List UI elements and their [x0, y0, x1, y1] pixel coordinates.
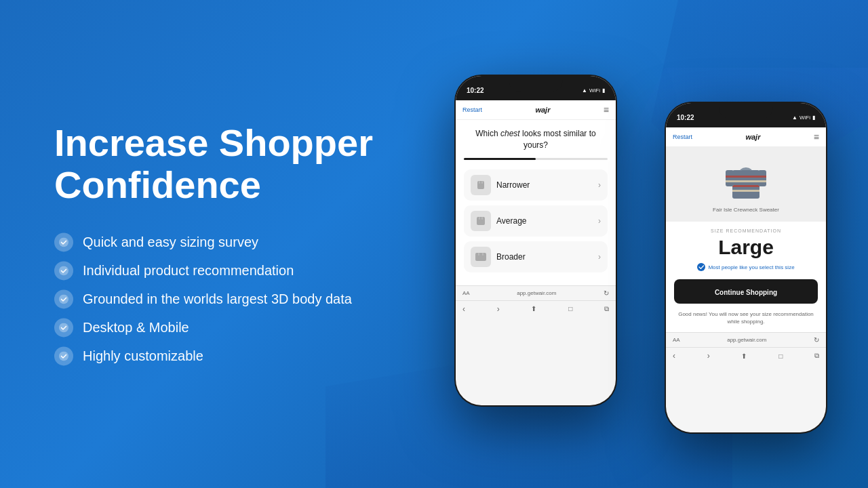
phone-screen-2: 10:22 ▲ WiFi ▮ Restart wajr ≡ [666, 103, 826, 432]
battery-icon-2: ▮ [812, 115, 815, 121]
feature-item: Individual product recommendation [54, 262, 434, 281]
phones-container: 10:22 ▲ WiFi ▮ Restart wajr ≡ Which ches… [454, 47, 827, 441]
wifi-icon-1: WiFi [589, 87, 600, 94]
signal-icon-2: ▲ [792, 115, 797, 121]
check-circle-icon [697, 263, 705, 271]
svg-rect-5 [477, 181, 484, 189]
product-image [726, 157, 766, 204]
size-note: Most people like you select this size [708, 264, 794, 270]
back-icon-1[interactable]: ‹ [462, 304, 465, 314]
signal-icon-1: ▲ [582, 87, 587, 94]
restart-btn-1[interactable]: Restart [462, 106, 482, 113]
svg-rect-9 [479, 217, 480, 220]
restart-btn-2[interactable]: Restart [673, 134, 692, 140]
status-time-1: 10:22 [467, 87, 484, 94]
forward-icon-2[interactable]: › [707, 351, 710, 361]
font-size-label-1: AA [462, 290, 470, 296]
svg-rect-7 [481, 181, 483, 184]
svg-point-1 [59, 266, 68, 276]
feature-text-4: Desktop & Mobile [83, 320, 189, 336]
menu-icon-1: ≡ [604, 104, 609, 115]
phone-screen-1: 10:22 ▲ WiFi ▮ Restart wajr ≡ Which ches… [456, 76, 616, 405]
cta-label: Continue Shopping [715, 289, 777, 296]
browser-logo-2: wajr [745, 133, 760, 141]
reload-icon-2[interactable]: ↻ [814, 336, 819, 344]
svg-rect-8 [477, 217, 485, 225]
option-broader[interactable]: Broader › [464, 241, 608, 272]
svg-rect-14 [732, 170, 760, 199]
option-label-narrower: Narrower [496, 180, 530, 190]
svg-rect-11 [475, 253, 486, 261]
feature-text-3: Grounded in the worlds largest 3D body d… [83, 291, 352, 307]
option-label-average: Average [496, 216, 526, 226]
option-label-broader: Broader [496, 252, 526, 262]
svg-rect-18 [732, 190, 760, 192]
share-icon-1[interactable]: ⬆ [531, 305, 536, 312]
svg-rect-23 [726, 180, 734, 182]
check-icon-4 [54, 319, 73, 338]
svg-rect-12 [478, 253, 479, 256]
left-content: Increase Shopper Confidence Quick and ea… [54, 122, 434, 365]
check-icon-1 [54, 233, 73, 252]
check-icon-5 [54, 347, 73, 366]
svg-point-3 [59, 323, 68, 333]
bookmark-icon-1[interactable]: □ [568, 305, 572, 312]
feature-text-2: Individual product recommendation [83, 263, 294, 279]
menu-icon-2: ≡ [814, 131, 819, 142]
check-icon-3 [54, 290, 73, 309]
font-size-label-2: AA [673, 337, 680, 343]
feature-item: Highly customizable [54, 347, 434, 366]
svg-rect-16 [732, 180, 760, 182]
url-1: app.getwair.com [517, 290, 556, 296]
option-narrower[interactable]: Narrower › [464, 169, 608, 201]
product-name: Fair Isle Crewneck Sweater [713, 207, 779, 213]
svg-rect-17 [732, 185, 760, 187]
feature-text-5: Highly customizable [83, 348, 203, 364]
headline: Increase Shopper Confidence [54, 122, 434, 205]
continue-shopping-btn[interactable]: Continue Shopping [674, 279, 818, 304]
feature-item: Quick and easy sizing survey [54, 233, 434, 252]
phone-2: 10:22 ▲ WiFi ▮ Restart wajr ≡ [665, 102, 827, 434]
feature-item: Desktop & Mobile [54, 319, 434, 338]
url-2: app.getwair.com [727, 337, 766, 343]
tabs-icon-1[interactable]: ⧉ [604, 305, 609, 313]
status-time-2: 10:22 [677, 114, 694, 121]
option-average[interactable]: Average › [464, 205, 608, 237]
bookmark-icon-2[interactable]: □ [778, 352, 783, 360]
svg-point-0 [59, 238, 68, 247]
size-rec-label: SIZE RECOMMENDATION [674, 228, 818, 233]
svg-point-25 [697, 263, 705, 271]
chevron-broader: › [598, 252, 601, 262]
chevron-average: › [598, 216, 601, 226]
battery-icon-1: ▮ [602, 87, 605, 94]
svg-rect-15 [732, 176, 760, 178]
svg-rect-22 [758, 176, 766, 178]
svg-rect-13 [482, 253, 484, 256]
svg-rect-20 [758, 170, 766, 186]
notch-1 [509, 75, 563, 92]
svg-rect-21 [726, 176, 734, 178]
forward-icon-1[interactable]: › [497, 304, 500, 314]
browser-logo-1: wajr [535, 106, 550, 114]
wifi-icon-2: WiFi [800, 115, 810, 121]
size-rec-value: Large [674, 236, 818, 259]
share-icon-2[interactable]: ⬆ [741, 352, 747, 360]
feature-text-1: Quick and easy sizing survey [83, 235, 258, 250]
back-icon-2[interactable]: ‹ [673, 351, 675, 361]
svg-rect-6 [479, 181, 480, 184]
notch-2 [719, 102, 773, 119]
check-icon-2 [54, 262, 73, 281]
svg-rect-19 [726, 170, 734, 186]
svg-rect-10 [481, 217, 483, 220]
svg-point-4 [59, 352, 68, 361]
good-news-text: Good news! You will now see your size re… [674, 310, 818, 325]
question-1: Which chest looks most similar to yours? [464, 128, 608, 151]
svg-point-2 [59, 295, 68, 304]
phone-1: 10:22 ▲ WiFi ▮ Restart wajr ≡ Which ches… [454, 75, 617, 407]
svg-rect-24 [758, 180, 766, 182]
reload-icon-1[interactable]: ↻ [604, 289, 609, 297]
tabs-icon-2[interactable]: ⧉ [814, 352, 819, 360]
feature-list: Quick and easy sizing survey Individual … [54, 233, 434, 366]
feature-item: Grounded in the worlds largest 3D body d… [54, 290, 434, 309]
chevron-narrower: › [598, 180, 601, 190]
